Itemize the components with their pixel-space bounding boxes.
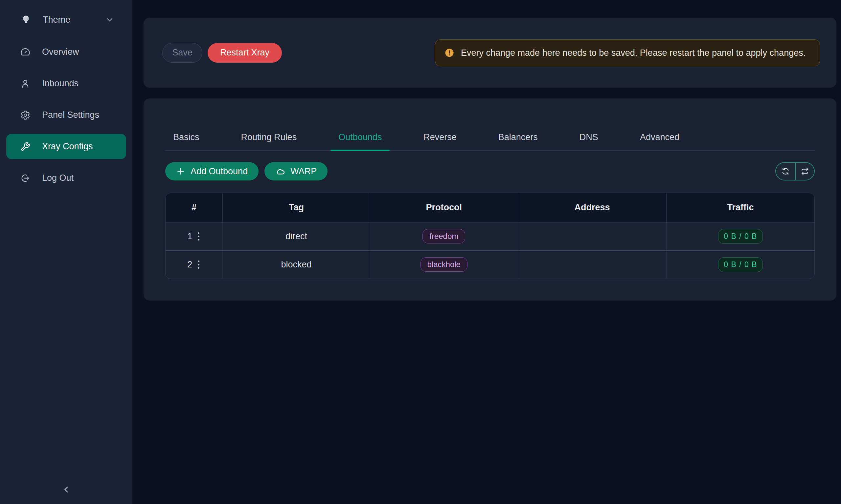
sidebar-item-panel-settings[interactable]: Panel Settings <box>6 102 126 128</box>
traffic-badge: 0 B / 0 B <box>718 257 763 272</box>
config-tabs: Basics Routing Rules Outbounds Reverse B… <box>165 98 815 151</box>
refresh-icon <box>781 167 790 176</box>
tag-cell: direct <box>223 222 370 250</box>
column-header-protocol: Protocol <box>370 193 518 222</box>
sidebar-collapse-button[interactable] <box>59 482 73 497</box>
gear-icon <box>20 110 30 120</box>
table-header-row: # Tag Protocol Address Traffic <box>166 193 814 222</box>
table-row: 2 blocked blackhole 0 B / 0 B <box>166 250 814 278</box>
table-refresh-group <box>775 162 815 180</box>
column-header-tag: Tag <box>223 193 370 222</box>
tab-reverse[interactable]: Reverse <box>416 126 464 150</box>
wrench-icon <box>20 142 30 151</box>
tab-dns[interactable]: DNS <box>572 126 606 150</box>
sidebar-item-logout[interactable]: Log Out <box>6 165 126 191</box>
protocol-badge: freedom <box>423 229 465 244</box>
tab-advanced[interactable]: Advanced <box>632 126 687 150</box>
chevron-left-icon <box>62 485 71 494</box>
address-cell <box>518 222 666 250</box>
alert-text: Every change made here needs to be saved… <box>461 46 806 59</box>
sidebar-item-label: Inbounds <box>42 78 79 89</box>
gauge-icon <box>20 47 30 57</box>
user-icon <box>20 79 30 89</box>
sidebar-item-overview[interactable]: Overview <box>6 39 126 65</box>
toolbar-buttons: Save Restart Xray <box>162 43 282 63</box>
warp-button[interactable]: WARP <box>264 162 328 180</box>
repeat-icon <box>800 167 809 176</box>
warp-label: WARP <box>290 166 317 177</box>
sidebar-item-label: Panel Settings <box>42 110 99 120</box>
outbounds-actions-row: Add Outbound WARP <box>165 162 815 180</box>
sidebar-item-inbounds[interactable]: Inbounds <box>6 71 126 96</box>
sidebar-item-label: Overview <box>42 47 79 57</box>
save-button[interactable]: Save <box>162 43 202 63</box>
tab-balancers[interactable]: Balancers <box>491 126 546 150</box>
column-header-address: Address <box>518 193 666 222</box>
traffic-badge: 0 B / 0 B <box>718 229 763 244</box>
repeat-button[interactable] <box>795 163 814 180</box>
outbounds-table: # Tag Protocol Address Traffic 1 <box>165 193 815 279</box>
add-outbound-label: Add Outbound <box>191 166 248 177</box>
row-menu-icon[interactable] <box>196 259 201 270</box>
main-content: Save Restart Xray Every change made here… <box>132 0 841 504</box>
sidebar-nav: Overview Inbounds Panel Settings <box>0 39 132 191</box>
warning-icon <box>445 48 454 58</box>
tab-outbounds[interactable]: Outbounds <box>330 126 390 150</box>
tab-routing-rules[interactable]: Routing Rules <box>233 126 305 150</box>
plus-icon <box>176 167 185 176</box>
theme-selector[interactable]: Theme <box>8 10 124 30</box>
theme-label: Theme <box>43 15 93 25</box>
tab-basics[interactable]: Basics <box>165 126 207 150</box>
address-cell <box>518 250 666 278</box>
protocol-badge: blackhole <box>420 257 467 272</box>
xray-config-card: Basics Routing Rules Outbounds Reverse B… <box>143 98 836 301</box>
refresh-button[interactable] <box>776 163 795 180</box>
logout-icon <box>20 173 30 183</box>
column-header-index: # <box>166 193 223 222</box>
toolbar-card: Save Restart Xray Every change made here… <box>143 18 836 88</box>
sidebar: Theme Overview Inbounds <box>0 0 132 504</box>
add-outbound-button[interactable]: Add Outbound <box>165 162 259 180</box>
restart-xray-button[interactable]: Restart Xray <box>208 43 282 63</box>
row-index: 2 <box>187 259 192 270</box>
row-index: 1 <box>187 231 192 241</box>
table-row: 1 direct freedom 0 B / 0 B <box>166 222 814 250</box>
sidebar-item-xray-configs[interactable]: Xray Configs <box>6 134 126 159</box>
cloud-icon <box>275 166 285 176</box>
sidebar-item-label: Log Out <box>42 173 73 183</box>
bulb-icon <box>21 15 31 24</box>
sidebar-item-label: Xray Configs <box>42 141 93 151</box>
outbounds-action-buttons: Add Outbound WARP <box>165 162 328 180</box>
chevron-down-icon <box>105 15 114 24</box>
tag-cell: blocked <box>223 250 370 278</box>
unsaved-changes-alert: Every change made here needs to be saved… <box>435 39 820 66</box>
column-header-traffic: Traffic <box>667 193 814 222</box>
row-menu-icon[interactable] <box>196 231 201 242</box>
